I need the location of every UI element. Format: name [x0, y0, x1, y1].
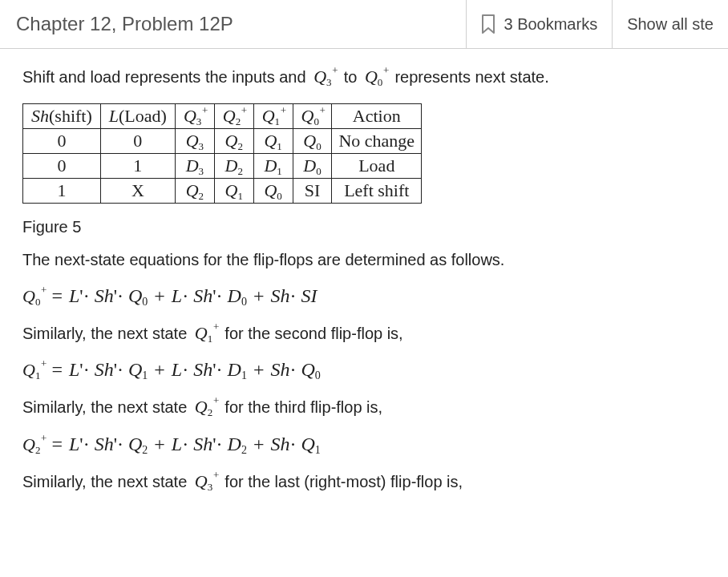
equation-q1plus: Q1+ = L'· Sh'· Q1 + L· Sh'· D1 + Sh· Q0 — [22, 359, 706, 381]
state-table: Sh(shift) L(Load) Q3+ Q2+ Q1+ Q0+ Action… — [22, 103, 422, 204]
intro-suffix: represents next state. — [394, 68, 548, 86]
symbol-q0plus: Q0+ — [365, 65, 382, 89]
bookmarks-label: Bookmarks — [517, 15, 597, 34]
show-all-steps-button[interactable]: Show all ste — [612, 0, 728, 48]
col-sh: Sh(shift) — [23, 103, 101, 128]
text-similarly-q3: Similarly, the next state Q3+ for the la… — [22, 470, 706, 494]
intro-line: Shift and load represents the inputs and… — [22, 65, 706, 89]
text-similarly-q2: Similarly, the next state Q2+ for the th… — [22, 395, 706, 419]
intro-mid: to — [344, 68, 362, 86]
col-q2plus: Q2+ — [214, 103, 253, 128]
col-action: Action — [332, 103, 422, 128]
bookmarks-count: 3 — [504, 15, 512, 34]
symbol-q3plus-inline: Q3+ — [195, 470, 212, 494]
col-q1plus: Q1+ — [253, 103, 293, 128]
col-l: L(Load) — [100, 103, 175, 128]
bookmark-icon — [481, 14, 495, 34]
equation-q2plus: Q2+ = L'· Sh'· Q2 + L· Sh'· D2 + Sh· Q1 — [22, 434, 706, 455]
equation-q0plus: Q0+ = L'· Sh'· Q0 + L· Sh'· D0 + Sh· SI — [22, 285, 706, 307]
symbol-q1plus-inline: Q1+ — [195, 321, 212, 345]
content-area: Shift and load represents the inputs and… — [0, 49, 728, 494]
page-title: Chapter 12, Problem 12P — [16, 13, 466, 35]
intro-prefix: Shift and load represents the inputs and — [22, 68, 310, 86]
symbol-q3plus: Q3+ — [313, 65, 331, 89]
col-q3plus: Q3+ — [175, 103, 214, 128]
table-header-row: Sh(shift) L(Load) Q3+ Q2+ Q1+ Q0+ Action — [23, 103, 422, 128]
show-all-label: Show all ste — [627, 15, 714, 34]
col-q0plus: Q0+ — [293, 103, 332, 128]
symbol-q2plus-inline: Q2+ — [195, 395, 212, 419]
text-similarly-q1: Similarly, the next state Q1+ for the se… — [22, 321, 706, 345]
page-header: Chapter 12, Problem 12P 3 Bookmarks Show… — [0, 0, 728, 49]
table-row: 0 0 Q3 Q2 Q1 Q0 No change — [23, 128, 422, 153]
text-after-figure: The next-state equations for the flip-fl… — [22, 249, 706, 271]
bookmarks-button[interactable]: 3 Bookmarks — [466, 0, 612, 48]
table-row: 1 X Q2 Q1 Q0 SI Left shift — [23, 178, 422, 203]
table-row: 0 1 D3 D2 D1 D0 Load — [23, 153, 422, 178]
figure-label: Figure 5 — [22, 218, 706, 236]
